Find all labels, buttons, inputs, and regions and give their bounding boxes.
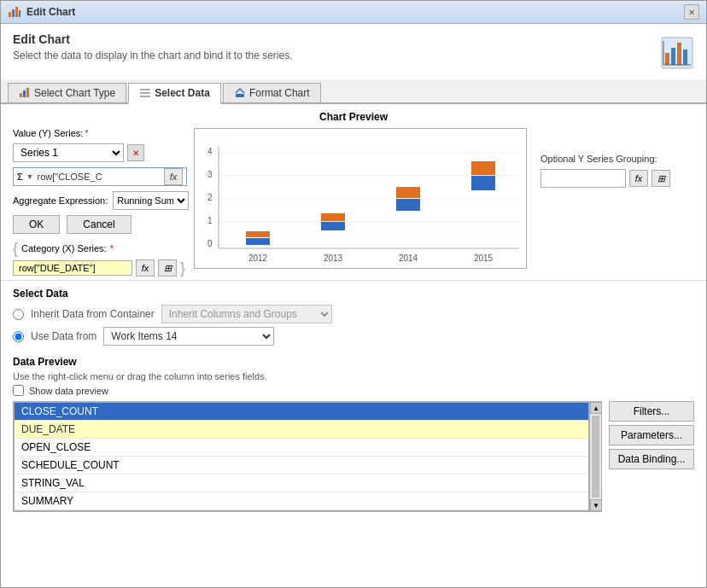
category-grid-button[interactable]: ⊞ — [158, 259, 177, 277]
sigma-icon: Σ — [17, 172, 23, 182]
chart-preview-title: Chart Preview — [13, 111, 694, 123]
category-field[interactable]: row["DUE_DATE"] — [13, 260, 132, 276]
category-row: { Category (X) Series: * row["DUE_DATE"]… — [13, 241, 187, 277]
data-list-area: CLOSE_COUNT DUE_DATE OPEN_CLOSE SCHEDULE… — [13, 401, 694, 512]
ok-cancel-row: OK Cancel — [13, 215, 187, 234]
category-fx-button[interactable]: fx — [136, 259, 155, 277]
edit-chart-window: Edit Chart ✕ Edit Chart Select the data … — [0, 0, 707, 588]
svg-rect-37 — [396, 187, 420, 198]
chart-svg: 4 3 2 1 0 — [195, 129, 527, 269]
data-binding-button[interactable]: Data Binding... — [609, 449, 694, 469]
category-label: Category (X) Series: — [21, 243, 107, 253]
tab-select-chart-type-label: Select Chart Type — [34, 87, 115, 99]
optional-y-label: Optional Y Series Grouping: — [540, 154, 694, 164]
tab-select-data-label: Select Data — [155, 87, 210, 99]
ok-button[interactable]: OK — [13, 215, 60, 234]
svg-text:3: 3 — [207, 170, 213, 179]
svg-rect-0 — [9, 12, 11, 17]
close-button[interactable]: ✕ — [684, 4, 699, 20]
show-preview-label: Show data preview — [29, 386, 108, 396]
series-row: Series 1 — [13, 143, 187, 162]
svg-rect-40 — [471, 161, 495, 175]
chart-section: Chart Preview Value (Y) Series: * Series… — [1, 104, 706, 281]
optional-y-grid-button[interactable]: ⊞ — [651, 170, 670, 187]
svg-rect-12 — [23, 90, 26, 97]
svg-text:2013: 2013 — [324, 253, 343, 263]
expression-fx-button[interactable]: fx — [164, 168, 183, 185]
svg-rect-7 — [677, 43, 681, 65]
scroll-down[interactable]: ▼ — [590, 499, 602, 511]
use-data-row: Use Data from Work Items 14 Option 2 — [13, 327, 694, 346]
scroll-thumb[interactable] — [592, 416, 599, 498]
svg-text:4: 4 — [207, 147, 213, 156]
arrow-icon: ▼ — [26, 172, 34, 181]
aggregate-label: Aggregate Expression: — [13, 195, 108, 206]
svg-text:2015: 2015 — [474, 253, 494, 263]
svg-rect-39 — [471, 176, 495, 190]
svg-rect-16 — [140, 96, 150, 97]
filters-button[interactable]: Filters... — [609, 401, 694, 422]
optional-y-section: Optional Y Series Grouping: fx ⊞ — [540, 128, 694, 188]
chart-left-controls: Value (Y) Series: * Series 1 Σ ▼ row["CL… — [13, 128, 187, 277]
cancel-button[interactable]: Cancel — [67, 215, 131, 234]
tab-select-data[interactable]: Select Data — [128, 83, 221, 104]
list-item-schedule-count[interactable]: SCHEDULE_COUNT — [15, 457, 588, 474]
list-item-close-count[interactable]: CLOSE_COUNT — [15, 403, 588, 421]
svg-rect-8 — [683, 49, 687, 65]
right-action-buttons: Filters... Parameters... Data Binding... — [609, 401, 694, 512]
optional-y-input[interactable] — [540, 169, 626, 188]
select-data-section: Select Data Inherit Data from Container … — [1, 281, 706, 356]
tab-format-chart[interactable]: Format Chart — [223, 83, 321, 102]
use-data-radio[interactable] — [13, 331, 24, 342]
svg-rect-13 — [26, 88, 29, 97]
header-title: Edit Chart — [13, 32, 293, 46]
svg-rect-3 — [19, 10, 20, 17]
data-list: CLOSE_COUNT DUE_DATE OPEN_CLOSE SCHEDULE… — [14, 402, 589, 511]
title-bar-text: Edit Chart — [26, 6, 75, 18]
series-dropdown[interactable]: Series 1 — [13, 143, 124, 162]
optional-y-field-row: fx ⊞ — [540, 169, 694, 188]
svg-rect-31 — [246, 231, 270, 237]
aggregate-row: Aggregate Expression: Running Sum — [13, 191, 187, 210]
svg-rect-15 — [140, 92, 150, 94]
bracket-right: } — [180, 260, 185, 276]
svg-rect-14 — [140, 89, 150, 90]
svg-rect-36 — [396, 199, 420, 211]
value-series-label: Value (Y) Series: * — [13, 128, 187, 138]
svg-text:2: 2 — [207, 193, 213, 202]
svg-text:2014: 2014 — [399, 253, 418, 263]
main-content: Chart Preview Value (Y) Series: * Series… — [1, 104, 706, 587]
scroll-up[interactable]: ▲ — [590, 402, 602, 414]
list-item-string-val[interactable]: STRING_VAL — [15, 474, 588, 492]
chart-preview-container: 4 3 2 1 0 — [194, 128, 527, 269]
list-item-summary[interactable]: SUMMARY — [15, 492, 588, 510]
svg-rect-6 — [671, 48, 675, 65]
svg-rect-17 — [236, 94, 244, 97]
work-items-dropdown[interactable]: Work Items 14 Option 2 — [103, 327, 274, 346]
list-item-open-close[interactable]: OPEN_CLOSE — [15, 439, 588, 457]
show-preview-checkbox[interactable] — [13, 385, 24, 396]
data-preview-subtitle: Use the right-click menu or drag the col… — [13, 371, 694, 381]
optional-y-fx-button[interactable]: fx — [629, 170, 648, 187]
header-area: Edit Chart Select the data to display in… — [1, 24, 706, 104]
svg-rect-33 — [321, 222, 345, 230]
parameters-button[interactable]: Parameters... — [609, 425, 694, 445]
inherit-columns-dropdown[interactable]: Inherit Columns and Groups — [161, 305, 332, 323]
list-item-due-date[interactable]: DUE_DATE — [15, 421, 588, 439]
aggregate-dropdown[interactable]: Running Sum — [113, 191, 189, 210]
bracket-left: { — [13, 241, 18, 256]
header-subtitle: Select the data to display in the chart … — [13, 49, 293, 61]
header-chart-icon — [660, 36, 694, 73]
svg-rect-2 — [15, 7, 18, 17]
title-bar-left: Edit Chart — [8, 5, 75, 19]
chart-and-controls: Value (Y) Series: * Series 1 Σ ▼ row["CL… — [13, 128, 694, 277]
inherit-data-label: Inherit Data from Container — [31, 308, 155, 320]
scrollbar[interactable]: ▲ ▼ — [589, 402, 601, 511]
tab-select-chart-type[interactable]: Select Chart Type — [8, 83, 126, 102]
expression-row: Σ ▼ row["CLOSE_C fx — [13, 167, 187, 186]
svg-rect-5 — [665, 53, 669, 65]
svg-rect-1 — [12, 9, 15, 17]
inherit-data-row: Inherit Data from Container Inherit Colu… — [13, 305, 694, 323]
delete-series-button[interactable] — [127, 144, 144, 161]
inherit-data-radio[interactable] — [13, 309, 24, 320]
